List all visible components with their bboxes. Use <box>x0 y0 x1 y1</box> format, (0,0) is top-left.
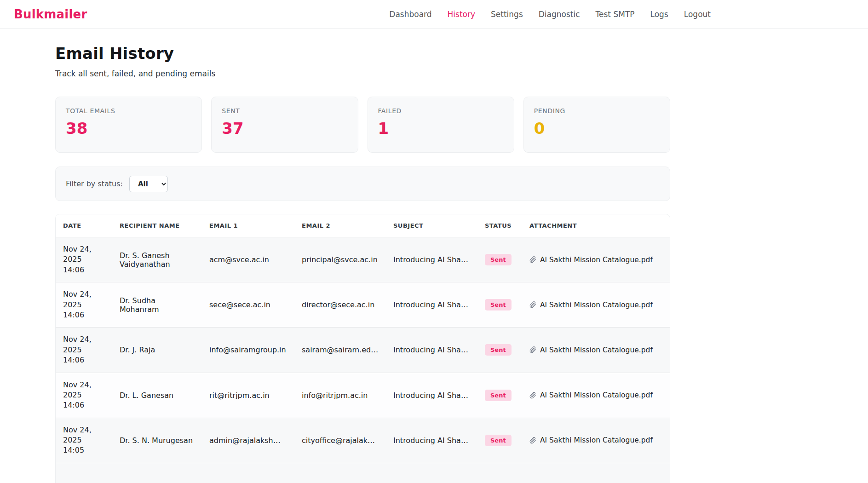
cell-email2: sairam@sairam.edu.in <box>294 328 386 373</box>
col-header-attachment: ATTACHMENT <box>522 214 670 237</box>
page-title: Email History <box>55 44 670 63</box>
stats-row: TOTAL EMAILS 38 SENT 37 FAILED 1 PENDING… <box>55 97 670 153</box>
cell-subject: Introducing AI Shakthi … <box>386 328 477 373</box>
time-text: 14:06 <box>63 400 105 410</box>
col-header-status: STATUS <box>477 214 522 237</box>
nav-item-test-smtp[interactable]: Test SMTP <box>596 10 635 19</box>
stat-value: 0 <box>534 119 660 138</box>
paperclip-icon <box>529 392 536 399</box>
cell-email1: info@sairamgroup.in <box>202 328 294 373</box>
stat-card: PENDING 0 <box>523 97 670 153</box>
stat-label: FAILED <box>378 107 504 115</box>
attachment-filename: AI Sakthi Mission Catalogue.pdf <box>540 436 653 444</box>
time-text: 14:05 <box>63 445 105 455</box>
time-text: 14:06 <box>63 310 105 320</box>
nav-item-dashboard[interactable]: Dashboard <box>389 10 431 19</box>
nav-item-history[interactable]: History <box>448 10 475 19</box>
cell-email1: sece@sece.ac.in <box>202 282 294 328</box>
cell-date: Nov 24, 2025 14:05 <box>56 418 112 463</box>
cell-email2: director@sece.ac.in <box>294 282 386 328</box>
cell-subject: Introducing AI Shakthi … <box>386 373 477 418</box>
cell-recipient: Dr. J. Raja <box>112 328 202 373</box>
paperclip-icon <box>529 437 536 444</box>
cell-email1: acm@svce.ac.in <box>202 237 294 282</box>
filter-bar: Filter by status: All <box>55 167 670 201</box>
stat-value: 1 <box>378 119 504 138</box>
cell-status: Sent <box>477 328 522 373</box>
page-subtitle: Track all sent, failed, and pending emai… <box>55 69 670 78</box>
nav-item-logs[interactable]: Logs <box>650 10 668 19</box>
cell-attachment: AI Sakthi Mission Catalogue.pdf <box>522 282 670 328</box>
email-history-table: DATE RECIPIENT NAME EMAIL 1 EMAIL 2 SUBJ… <box>56 214 670 483</box>
stat-label: TOTAL EMAILS <box>66 107 191 115</box>
email-table-body: Nov 24, 2025 14:06 Dr. S. Ganesh Vaidyan… <box>56 237 670 483</box>
nav-item-logout[interactable]: Logout <box>684 10 711 19</box>
email-history-table-card: DATE RECIPIENT NAME EMAIL 1 EMAIL 2 SUBJ… <box>55 214 670 483</box>
table-row: Nov 24, 2025 14:06 Dr. J. Raja info@sair… <box>56 328 670 373</box>
attachment-filename: AI Sakthi Mission Catalogue.pdf <box>540 346 653 354</box>
cell-subject: Introducing AI Shakthi … <box>386 282 477 328</box>
cell-recipient: Dr. L. Ganesan <box>112 373 202 418</box>
stat-label: PENDING <box>534 107 660 115</box>
cell-status: Sent <box>477 418 522 463</box>
table-header-row: DATE RECIPIENT NAME EMAIL 1 EMAIL 2 SUBJ… <box>56 214 670 237</box>
date-text: Nov 24, 2025 <box>63 425 105 446</box>
col-header-email1: EMAIL 1 <box>202 214 294 237</box>
cell-email2: principal@svce.ac.in <box>294 237 386 282</box>
paperclip-icon <box>529 256 536 263</box>
cell-subject: Introducing AI Shakthi … <box>386 237 477 282</box>
stat-card: TOTAL EMAILS 38 <box>55 97 202 153</box>
status-badge: Sent <box>485 344 512 356</box>
brand-logo[interactable]: Bulkmailer <box>14 7 87 21</box>
cell-attachment: AI Sakthi Mission Catalogue.pdf <box>522 418 670 463</box>
cell-status: Sent <box>477 373 522 418</box>
table-row: Nov 24, 2025 14:06 Dr. L. Ganesan rit@ri… <box>56 373 670 418</box>
cell-subject: Introducing AI Shakthi … <box>386 418 477 463</box>
time-text: 14:06 <box>63 355 105 365</box>
date-text: Nov 24, 2025 <box>63 380 105 401</box>
main-content: Email History Track all sent, failed, an… <box>55 29 670 483</box>
col-header-date: DATE <box>56 214 112 237</box>
top-navbar: Bulkmailer DashboardHistorySettingsDiagn… <box>0 0 868 29</box>
cell-date: Nov 24, 2025 14:06 <box>56 282 112 328</box>
table-row: Nov 24, 2025 14:06 Dr. Sudha Mohanram se… <box>56 282 670 328</box>
cell-attachment: AI Sakthi Mission Catalogue.pdf <box>522 373 670 418</box>
nav-item-settings[interactable]: Settings <box>491 10 523 19</box>
attachment-filename: AI Sakthi Mission Catalogue.pdf <box>540 256 653 264</box>
cell-date: Nov 24, 2025 14:06 <box>56 373 112 418</box>
stat-value: 37 <box>222 119 347 138</box>
table-row: Nov 24, 2025 14:06 Dr. S. Ganesh Vaidyan… <box>56 237 670 282</box>
cell-date: Nov 24, 2025 14:06 <box>56 328 112 373</box>
attachment-filename: AI Sakthi Mission Catalogue.pdf <box>540 391 653 399</box>
cell-attachment: AI Sakthi Mission Catalogue.pdf <box>522 237 670 282</box>
col-header-email2: EMAIL 2 <box>294 214 386 237</box>
status-badge: Sent <box>485 390 512 401</box>
date-text: Nov 24, 2025 <box>63 244 105 265</box>
col-header-recipient: RECIPIENT NAME <box>112 214 202 237</box>
status-badge: Sent <box>485 299 512 310</box>
nav-item-diagnostic[interactable]: Diagnostic <box>539 10 580 19</box>
status-badge: Sent <box>485 435 512 446</box>
cell-recipient: Dr. S. N. Murugesan <box>112 418 202 463</box>
stat-card: FAILED 1 <box>368 97 514 153</box>
stat-label: SENT <box>222 107 347 115</box>
date-text: Nov 24, 2025 <box>63 334 105 355</box>
paperclip-icon <box>529 301 536 308</box>
cell-attachment: AI Sakthi Mission Catalogue.pdf <box>522 328 670 373</box>
table-row: Nov 24, 2025 14:05 Dr. S. N. Murugesan a… <box>56 418 670 463</box>
filter-label: Filter by status: <box>66 179 123 188</box>
cell-email1: rit@ritrjpm.ac.in <box>202 373 294 418</box>
stat-value: 38 <box>66 119 191 138</box>
nav-links: DashboardHistorySettingsDiagnosticTest S… <box>389 10 711 19</box>
status-badge: Sent <box>485 254 512 265</box>
date-text: Nov 24, 2025 <box>63 289 105 310</box>
cell-email2: cityoffice@rajalakshmi… <box>294 418 386 463</box>
cell-email2: info@ritrjpm.ac.in <box>294 373 386 418</box>
stat-card: SENT 37 <box>211 97 358 153</box>
time-text: 14:06 <box>63 265 105 275</box>
table-row-partial <box>56 463 670 483</box>
status-filter-select[interactable]: All <box>129 176 168 192</box>
col-header-subject: SUBJECT <box>386 214 477 237</box>
cell-status: Sent <box>477 237 522 282</box>
paperclip-icon <box>529 346 536 353</box>
